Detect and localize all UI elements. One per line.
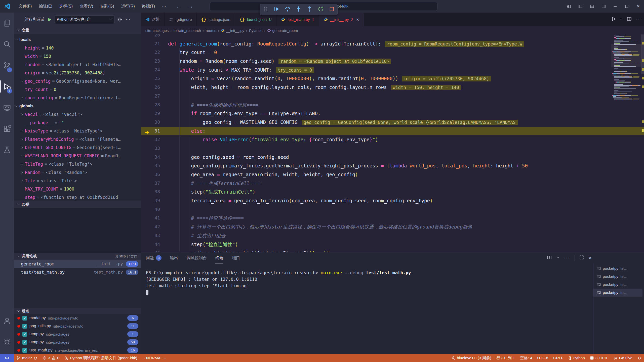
gear-icon[interactable] (117, 17, 122, 22)
views-more-icon[interactable]: ··· (126, 17, 130, 22)
language-mode[interactable]: {}Python (566, 354, 587, 362)
minimap-viewport[interactable] (611, 44, 641, 67)
step-out-button[interactable] (307, 6, 313, 13)
menu-终端(T)[interactable]: 终端(T) (138, 0, 158, 13)
code-line-39[interactable]: 39 terrain_area = geo_area_to_terrain(ge… (141, 196, 644, 205)
breakpoint-checkbox[interactable]: ✓ (22, 332, 27, 337)
variable-random[interactable]: random=<Random object at 0x1bf9d01e… (14, 60, 141, 69)
indentation[interactable]: 空格: 4 (517, 354, 535, 362)
terminal-instance[interactable]: pocketpyte… (593, 264, 642, 273)
breadcrumb-rooms[interactable]: rooms (206, 28, 216, 33)
variable-try_count[interactable]: try_count=0 (14, 85, 141, 94)
panel-tab-终端[interactable]: 终端 (215, 252, 223, 263)
editor-pane[interactable]: 2021def generate_room(room_config: RoomR… (141, 26, 644, 252)
code-line-36[interactable]: 36 geo_area = request_area(origin, width… (141, 170, 644, 179)
vim-mode[interactable]: -- NORMAL -- (140, 354, 169, 362)
run-dropdown-icon[interactable] (620, 17, 623, 22)
variable-height[interactable]: height=140 (14, 44, 141, 52)
layout-secondary-button[interactable] (598, 0, 609, 13)
breakpoint-png_utils.py[interactable]: ✓png_utils.pysite-packages\wfc11 (14, 322, 141, 330)
breakpoint-model.py[interactable]: ✓model.pysite-packages\wfc6 (14, 314, 141, 322)
menu-运行(R)[interactable]: 运行(R) (118, 0, 138, 13)
debug-config-dropdown[interactable]: Python 调试程序: 启 (55, 15, 114, 24)
code-line-45[interactable]: 45 exit_combinations:list[tuple[vec2i, v… (141, 249, 644, 252)
activity-run-and-debug[interactable]: 1 (0, 76, 14, 97)
eol[interactable]: CRLF (551, 354, 566, 362)
close-button[interactable]: × (588, 255, 592, 261)
menu-选择(S)[interactable]: 选择(S) (56, 0, 76, 13)
code-line-27[interactable]: 27 (141, 92, 644, 101)
code-line-26[interactable]: 26 width, height = room_config.layout.n_… (141, 83, 644, 92)
breakpoint-checkbox[interactable]: ✓ (22, 316, 27, 321)
menu-查看(V)[interactable]: 查看(V) (76, 0, 97, 13)
step-into-button[interactable] (296, 6, 302, 13)
breakpoint-checkbox[interactable]: ✓ (22, 340, 27, 345)
activity-search[interactable] (0, 34, 14, 55)
restart-button[interactable] (318, 6, 324, 13)
terminal-instance[interactable]: pocketpyte… (593, 281, 642, 289)
variable-Tile[interactable]: Tile=<class 'Tile'> (14, 176, 141, 185)
breakpoint-checkbox[interactable]: ✓ (22, 324, 27, 329)
notifications[interactable] (635, 354, 644, 362)
panel-tab-端口[interactable]: 端口 (232, 252, 240, 263)
terminal-instance[interactable]: pocketpyte… (593, 273, 642, 281)
panel-tab-调试控制台[interactable]: 调试控制台 (187, 252, 207, 263)
code-line-24[interactable]: 24 while try_count < MAX_TRY_COUNT:try_c… (141, 66, 644, 74)
go-live[interactable]: Go Live (611, 354, 635, 362)
breakpoint-checkbox[interactable]: ✓ (22, 348, 27, 353)
tab-settings.json[interactable]: {}settings.json (197, 13, 235, 26)
layout-sidebar-button[interactable] (575, 0, 586, 13)
menu-编辑(E)[interactable]: 编辑(E) (35, 0, 56, 13)
variables-section-header[interactable]: 变量 (14, 26, 141, 34)
split-editor[interactable] (627, 17, 632, 22)
breakpoint-test_math.py[interactable]: ✓test_math.pysite-packages\terrain_res…1… (14, 346, 141, 354)
variable-NoiseType[interactable]: NoiseType=<class 'NoiseType'> (14, 127, 141, 135)
code-line-23[interactable]: 23 random = Random(room_config.seed)rand… (141, 57, 644, 66)
code-line-38[interactable]: 38 step("生成TerrainCell") (141, 188, 644, 196)
ellipsis-button[interactable]: ··· (564, 255, 570, 261)
stack-frame-generate_room[interactable]: generate_room__init__.py31:1 (14, 260, 141, 268)
nav-back-icon[interactable]: ← (176, 3, 181, 9)
activity-explorer[interactable] (0, 13, 14, 34)
layout-panel-button[interactable] (586, 0, 598, 13)
panel-tab-问题[interactable]: 问题3 (146, 252, 162, 263)
terminal-instance[interactable]: pocketpyte… (593, 289, 642, 297)
columns-button[interactable] (547, 255, 552, 261)
encoding[interactable]: UTF-8 (535, 354, 551, 362)
tab-close-icon[interactable]: × (356, 17, 359, 22)
breadcrumb-Pylance[interactable]: Pylance (249, 28, 262, 33)
callstack-section-header[interactable]: 调用堆栈 因 step 已暂停 (14, 253, 141, 260)
activity-remote-explorer[interactable] (0, 97, 14, 118)
menu-···[interactable]: ··· (158, 0, 170, 13)
menu-文件(F)[interactable]: 文件(F) (15, 0, 35, 13)
code-line-32[interactable]: 32 raise ValueError(f"Invalid env type: … (141, 135, 644, 144)
variable-DEFAULT_GEO_CONFIG[interactable]: DEFAULT_GEO_CONFIG=GeoConfig(seed=1… (14, 143, 141, 152)
code-line-42[interactable]: 42 # 计算每一个出口的中心，然后使用astar生成路径，确保每一个出口组合都… (141, 222, 644, 231)
variable-WASTELAND_ROOM_REQUEST_CONFIG[interactable]: WASTELAND_ROOM_REQUEST_CONFIG=RoomR… (14, 152, 141, 160)
code-line-33[interactable]: 33 (141, 144, 644, 153)
variable-MAX_TRY_COUNT[interactable]: MAX_TRY_COUNT=1000 (14, 185, 141, 193)
panel-tab-输出[interactable]: 输出 (170, 252, 178, 263)
breakpoints-section-header[interactable]: 断点 (14, 308, 141, 314)
debug-status[interactable]: Python 调试程序: 启动文件 (godot-ldtk) (62, 354, 140, 362)
code-line-30[interactable]: 30 geo_config = WASTELAND_GEO_CONFIGgeo_… (141, 118, 644, 127)
variable-geo_config[interactable]: geo_config=GeoConfig(seed=None, wor… (14, 77, 141, 85)
activity-accounts[interactable] (0, 310, 14, 331)
layout-grid-button[interactable] (563, 0, 575, 13)
variable-PlanetaryWindConfig[interactable]: PlanetaryWindConfig=<class 'Planeta… (14, 135, 141, 143)
terminal-output[interactable]: PS C:\computer_science\godot-ldtk\site-p… (146, 269, 591, 296)
code-line-40[interactable]: 40 (141, 205, 644, 214)
minimap[interactable] (612, 28, 640, 101)
minimize-button[interactable] (609, 0, 621, 13)
maximize-button[interactable] (621, 0, 632, 13)
continue-button[interactable] (273, 6, 279, 13)
variables-group-globals[interactable]: globals (14, 102, 141, 110)
code-line-41[interactable]: 41 # ====检查连通性==== (141, 214, 644, 222)
chevron-down-button[interactable] (556, 256, 559, 260)
python-version[interactable]: 3.10.10 (587, 354, 611, 362)
breadcrumb-generate_room[interactable]: generate_room (267, 28, 298, 33)
tab-欢迎[interactable]: 欢迎 (141, 13, 165, 26)
code-line-35[interactable]: 35 geo_config.primary_forces.geothermal_… (141, 161, 644, 170)
run-python-file[interactable] (611, 17, 616, 22)
activity-source-control[interactable]: 3 (0, 55, 14, 76)
